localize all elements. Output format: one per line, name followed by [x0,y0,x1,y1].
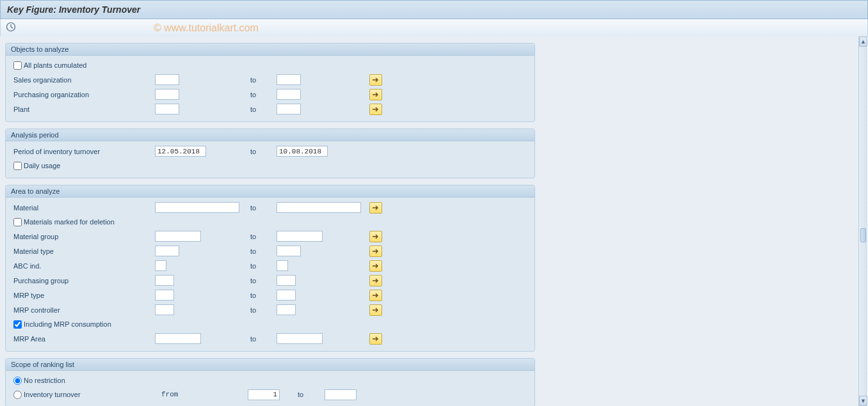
material-group-from-input[interactable] [155,231,201,242]
abc-ind-label: ABC ind. [11,262,155,270]
to-label: to [248,277,277,285]
plant-label: Plant [11,105,155,113]
period-turnover-label: Period of inventory turnover [11,148,155,155]
material-group-label: Material group [11,233,155,240]
to-label: to [248,247,277,255]
mrp-area-from-input[interactable] [155,333,201,344]
period-from-input[interactable] [155,146,206,157]
purch-group-from-input[interactable] [155,275,174,286]
inv-turnover-label: Inventory turnover [24,391,161,398]
materials-deletion-checkbox[interactable] [13,218,22,226]
to-label: to [248,233,277,240]
mrp-area-to-input[interactable] [277,333,323,344]
group-header-objects: Objects to analyze [6,43,534,56]
all-plants-checkbox[interactable] [13,61,22,70]
svg-line-2 [11,27,13,28]
multiple-selection-icon[interactable] [369,333,382,345]
abc-to-input[interactable] [277,260,288,271]
to-label: to [248,335,277,343]
no-restriction-label: No restriction [24,377,161,384]
main-content: Objects to analyze All plants cumulated … [0,36,858,406]
to-label: to [248,204,277,212]
material-to-input[interactable] [277,202,361,213]
period-to-input[interactable] [277,146,328,157]
plant-to-input[interactable] [277,104,301,114]
multiple-selection-icon[interactable] [369,89,382,100]
mrp-controller-from-input[interactable] [155,304,174,315]
scroll-grip-icon[interactable] [860,228,866,242]
group-scope-ranking: Scope of ranking list No restriction Inv… [5,358,535,406]
to-label: to [280,391,325,398]
multiple-selection-icon[interactable] [369,290,382,301]
multiple-selection-icon[interactable] [369,74,382,86]
material-group-to-input[interactable] [277,231,323,242]
mrp-controller-to-input[interactable] [277,304,296,315]
purch-group-label: Purchasing group [11,277,155,285]
execute-icon[interactable] [6,22,16,32]
to-label: to [248,105,277,113]
multiple-selection-icon[interactable] [369,231,382,242]
mrp-consumption-label: Including MRP consumption [24,320,111,328]
to-label: to [248,91,277,98]
inv-turnover-radio[interactable] [13,391,22,399]
to-label: to [248,148,277,155]
from-label: from [161,391,229,398]
multiple-selection-icon[interactable] [369,304,382,316]
plant-from-input[interactable] [155,104,179,114]
sales-org-label: Sales organization [11,76,155,84]
multiple-selection-icon[interactable] [369,260,382,272]
group-header-scope: Scope of ranking list [6,359,534,371]
material-type-to-input[interactable] [277,246,301,256]
multiple-selection-icon[interactable] [369,275,382,286]
mrp-area-label: MRP Area [11,335,155,343]
sales-org-from-input[interactable] [155,74,179,85]
daily-usage-checkbox[interactable] [13,162,22,170]
mrp-controller-label: MRP controller [11,306,155,314]
group-analysis-period: Analysis period Period of inventory turn… [5,129,535,178]
to-label: to [248,76,277,84]
sales-org-to-input[interactable] [277,74,301,85]
page-title: Key Figure: Inventory Turnover [0,0,868,19]
purch-org-to-input[interactable] [277,89,301,100]
multiple-selection-icon[interactable] [369,202,382,214]
group-area-to-analyze: Area to analyze Material to Materials ma… [5,185,535,352]
purch-org-from-input[interactable] [155,89,179,100]
group-header-period: Analysis period [6,129,534,141]
mrp-consumption-checkbox[interactable] [13,320,22,329]
mrp-type-to-input[interactable] [277,290,296,301]
purch-group-to-input[interactable] [277,275,296,286]
all-plants-label: All plants cumulated [24,61,86,69]
material-type-label: Material type [11,247,155,255]
to-label: to [248,262,277,270]
to-label: to [248,306,277,314]
daily-usage-label: Daily usage [24,162,60,169]
purch-org-label: Purchasing organization [11,91,155,98]
group-header-area: Area to analyze [6,185,534,198]
scope-to-input[interactable] [325,389,357,400]
vertical-scrollbar[interactable]: ▲ ▼ [858,36,868,406]
group-objects-to-analyze: Objects to analyze All plants cumulated … [5,43,535,122]
material-from-input[interactable] [155,202,239,213]
toolbar [0,19,868,37]
multiple-selection-icon[interactable] [369,246,382,257]
materials-deletion-label: Materials marked for deletion [24,218,115,226]
material-type-from-input[interactable] [155,246,179,256]
material-label: Material [11,204,155,212]
abc-from-input[interactable] [155,260,166,271]
scope-from-input[interactable] [248,389,280,400]
multiple-selection-icon[interactable] [369,104,382,115]
mrp-type-label: MRP type [11,292,155,299]
no-restriction-radio[interactable] [13,377,22,385]
mrp-type-from-input[interactable] [155,290,174,301]
to-label: to [248,292,277,299]
scroll-up-icon[interactable]: ▲ [859,36,867,47]
scroll-down-icon[interactable]: ▼ [859,396,867,406]
